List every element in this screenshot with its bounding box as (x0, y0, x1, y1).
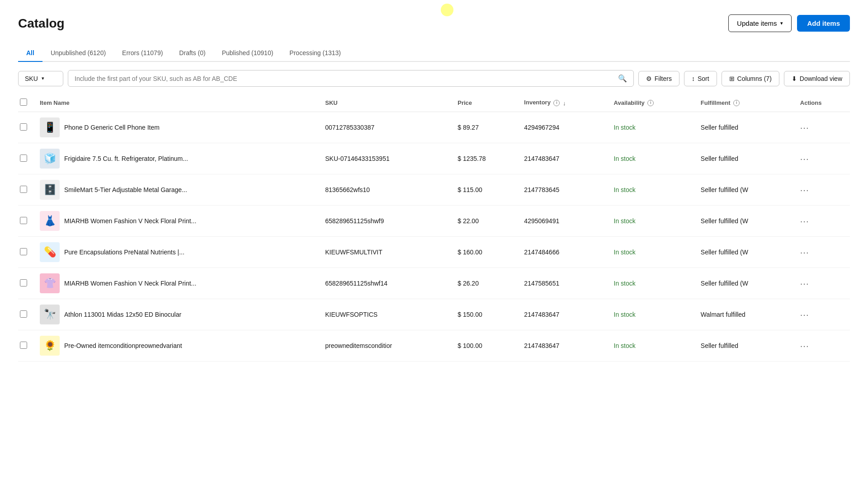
row-checkbox[interactable] (20, 248, 27, 255)
item-name: Phone D Generic Cell Phone Item (64, 124, 160, 131)
item-thumbnail: 🗄️ (40, 180, 60, 200)
item-inventory: 2147483647 (524, 311, 559, 318)
filters-label: Filters (655, 75, 672, 82)
table-row: 🗄️ SmileMart 5-Tier Adjustable Metal Gar… (18, 174, 850, 206)
availability-info-icon[interactable]: i (647, 100, 654, 106)
row-fulfillment-cell: Seller fulfilled (695, 143, 795, 174)
row-sku-cell: 00712785330387 (320, 112, 452, 143)
filters-button[interactable]: ⚙ Filters (638, 71, 679, 86)
row-checkbox-cell (18, 268, 34, 299)
item-price: $ 89.27 (458, 124, 479, 131)
row-actions-cell: ··· (795, 174, 850, 206)
row-actions-cell: ··· (795, 268, 850, 299)
row-actions-cell: ··· (795, 330, 850, 361)
row-checkbox[interactable] (20, 186, 27, 193)
row-checkbox[interactable] (20, 217, 27, 224)
search-input[interactable] (75, 75, 614, 82)
columns-icon: ⊞ (729, 75, 735, 82)
item-price: $ 1235.78 (458, 155, 486, 162)
sort-button[interactable]: ↕ Sort (684, 71, 717, 86)
select-all-checkbox[interactable] (20, 99, 27, 106)
catalog-table: Item Name SKU Price Inventory i ↓ Availa… (18, 94, 850, 361)
row-checkbox[interactable] (20, 123, 27, 131)
item-thumbnail: 📱 (40, 117, 60, 137)
tab-all[interactable]: All (18, 45, 42, 62)
row-inventory-cell: 4294967294 (519, 112, 608, 143)
row-checkbox[interactable] (20, 342, 27, 349)
row-fulfillment-cell: Seller fulfilled (695, 330, 795, 361)
row-checkbox[interactable] (20, 155, 27, 162)
item-name: Pre-Owned itemconditionpreownedvariant (64, 342, 182, 349)
row-availability-cell: In stock (609, 174, 695, 206)
fulfillment-info-icon[interactable]: i (733, 100, 740, 106)
row-price-cell: $ 26.20 (452, 268, 519, 299)
tab-errors[interactable]: Errors (11079) (114, 45, 171, 62)
row-actions-menu-button[interactable]: ··· (800, 247, 809, 257)
row-checkbox-cell (18, 330, 34, 361)
row-fulfillment-cell: Seller fulfilled (W (695, 174, 795, 206)
tab-drafts[interactable]: Drafts (0) (171, 45, 213, 62)
item-fulfillment: Seller fulfilled (W (701, 249, 748, 256)
item-fulfillment: Seller fulfilled (701, 124, 738, 131)
row-actions-menu-button[interactable]: ··· (800, 154, 809, 164)
row-sku-cell: KIEUWFSMULTIVIT (320, 237, 452, 268)
update-items-button[interactable]: Update items ▾ (728, 14, 792, 32)
row-actions-menu-button[interactable]: ··· (800, 310, 809, 319)
item-sku: 658289651125shwf14 (325, 280, 387, 287)
item-sku: 658289651125shwf9 (325, 217, 384, 225)
row-actions-menu-button[interactable]: ··· (800, 278, 809, 288)
tab-unpublished[interactable]: Unpublished (6120) (42, 45, 114, 62)
item-sku: 81365662wfs10 (325, 186, 370, 193)
columns-label: Columns (7) (737, 75, 772, 82)
download-button[interactable]: ⬇ Download view (784, 71, 850, 86)
tab-processing[interactable]: Processing (1313) (281, 45, 349, 62)
item-thumbnail: 🔭 (40, 305, 60, 324)
row-actions-menu-button[interactable]: ··· (800, 122, 809, 132)
row-checkbox-cell (18, 143, 34, 174)
row-actions-menu-button[interactable]: ··· (800, 216, 809, 226)
row-availability-cell: In stock (609, 143, 695, 174)
row-checkbox-cell (18, 206, 34, 237)
item-sku: SKU-07146433153951 (325, 155, 389, 162)
item-fulfillment: Seller fulfilled (W (701, 186, 748, 193)
col-header-inventory: Inventory i ↓ (519, 94, 608, 112)
add-items-button[interactable]: Add items (797, 15, 850, 32)
item-name: Athlon 113001 Midas 12x50 ED Binocular (64, 311, 181, 318)
sort-icon: ↕ (692, 75, 695, 82)
row-fulfillment-cell: Seller fulfilled (W (695, 237, 795, 268)
row-checkbox[interactable] (20, 310, 27, 318)
table-row: 👚 MIARHB Women Fashion V Neck Floral Pri… (18, 268, 850, 299)
item-availability: In stock (614, 342, 636, 349)
row-actions-cell: ··· (795, 206, 850, 237)
columns-button[interactable]: ⊞ Columns (7) (722, 71, 779, 86)
sku-dropdown[interactable]: SKU ▾ (18, 71, 63, 86)
item-price: $ 100.00 (458, 342, 482, 349)
row-actions-cell: ··· (795, 143, 850, 174)
item-fulfillment: Seller fulfilled (701, 342, 738, 349)
row-fulfillment-cell: Seller fulfilled (W (695, 206, 795, 237)
item-availability: In stock (614, 155, 636, 162)
row-sku-cell: 658289651125shwf9 (320, 206, 452, 237)
row-sku-cell: KIEUWFSOPTICS (320, 299, 452, 330)
row-availability-cell: In stock (609, 299, 695, 330)
row-price-cell: $ 115.00 (452, 174, 519, 206)
inventory-sort-icon[interactable]: ↓ (563, 100, 566, 107)
row-checkbox[interactable] (20, 279, 27, 286)
row-actions-menu-button[interactable]: ··· (800, 185, 809, 195)
row-actions-menu-button[interactable]: ··· (800, 341, 809, 351)
row-actions-cell: ··· (795, 237, 850, 268)
row-availability-cell: In stock (609, 268, 695, 299)
inventory-info-icon[interactable]: i (553, 100, 560, 106)
tabs-row: All Unpublished (6120) Errors (11079) Dr… (18, 45, 850, 62)
item-inventory: 4294967294 (524, 124, 559, 131)
item-price: $ 115.00 (458, 186, 482, 193)
sku-label: SKU (25, 75, 38, 82)
row-actions-cell: ··· (795, 299, 850, 330)
row-price-cell: $ 1235.78 (452, 143, 519, 174)
tab-published[interactable]: Published (10910) (214, 45, 282, 62)
row-name-cell: 💊 Pure Encapsulations PreNatal Nutrients… (34, 237, 320, 268)
row-fulfillment-cell: Seller fulfilled (W (695, 268, 795, 299)
item-thumbnail: 🌻 (40, 336, 60, 356)
row-fulfillment-cell: Seller fulfilled (695, 112, 795, 143)
search-box[interactable]: 🔍 (68, 70, 634, 87)
